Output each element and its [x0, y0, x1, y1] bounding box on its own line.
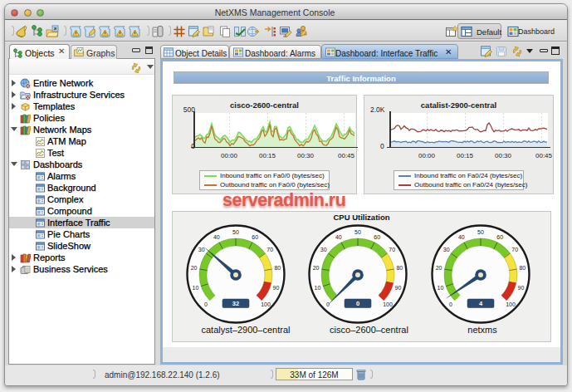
svg-text:50: 50: [232, 229, 239, 235]
svg-text:100: 100: [383, 301, 393, 307]
svg-text:100: 100: [261, 301, 271, 307]
svg-text:80: 80: [519, 265, 526, 271]
svg-text:60: 60: [252, 234, 258, 240]
svg-text:50: 50: [477, 229, 484, 235]
svg-text:80: 80: [274, 265, 281, 271]
svg-text:70: 70: [511, 247, 518, 252]
svg-text:60: 60: [496, 234, 503, 240]
svg-text:90: 90: [517, 285, 524, 291]
svg-text:20: 20: [435, 265, 442, 271]
svg-text:0: 0: [356, 300, 359, 307]
svg-text:0: 0: [448, 301, 452, 307]
svg-text:60: 60: [374, 234, 380, 240]
svg-text:20: 20: [313, 265, 320, 271]
svg-text:40: 40: [457, 234, 464, 240]
svg-text:50: 50: [354, 229, 361, 235]
svg-text:30: 30: [442, 247, 449, 252]
svg-text:80: 80: [396, 265, 403, 271]
svg-text:0: 0: [203, 301, 207, 307]
svg-text:70: 70: [389, 247, 395, 252]
svg-text:30: 30: [198, 247, 204, 252]
svg-text:70: 70: [266, 247, 273, 252]
svg-text:100: 100: [506, 301, 516, 307]
svg-text:32: 32: [232, 300, 238, 307]
svg-text:10: 10: [315, 285, 321, 291]
svg-text:40: 40: [335, 234, 342, 240]
svg-text:0: 0: [326, 301, 330, 307]
svg-text:10: 10: [192, 285, 198, 291]
svg-text:30: 30: [320, 247, 327, 252]
svg-text:90: 90: [395, 285, 402, 291]
svg-text:20: 20: [190, 265, 197, 271]
svg-text:40: 40: [213, 234, 219, 240]
svg-text:90: 90: [272, 285, 279, 291]
svg-text:10: 10: [437, 285, 443, 291]
